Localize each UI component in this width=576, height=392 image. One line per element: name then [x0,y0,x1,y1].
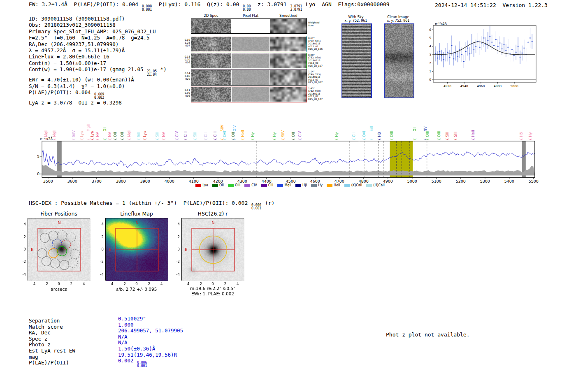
svg-text:5: 5 [429,36,431,40]
emission-line-label: { OIII [437,131,441,140]
emission-line-label: { CII [352,132,356,140]
legend-label: MgII [284,183,291,187]
spectrum-x-tick: 5300 [478,179,492,183]
match-row-value: 19.51(19.46,19.56)R [118,352,177,358]
emission-line-label: { OII [291,132,295,140]
spectrum-x-tick: 5000 [405,179,420,183]
cutout-2dspec-image [191,37,231,51]
hsc-caption-1: m:19.6 re:2.2" s:0.5" [181,286,244,291]
match-row-value: 0.002 0.0060.001 [118,357,147,368]
sup-sub-fraction: 0.0090.002 [94,93,104,100]
legend-swatch [295,184,301,187]
spectrum-x-tick: 3900 [138,179,153,183]
fiber-ytick: 4 [19,222,26,226]
svg-text:6: 6 [429,28,431,32]
fiber-xtick: 2 [67,282,75,286]
fiber-ytick: -4 [19,272,26,276]
elixer-report: EW: 3.2±1.4Å P(LAE)/P(OII): 0.004 0.0080… [0,0,576,392]
hsc_r-xtick: 2 [221,282,229,286]
emission-line-label: { OII [113,132,117,140]
emission-line-label: { Lya [143,131,147,140]
hsc_r-panel: NE [181,218,244,281]
info-line: RA,Dec (206.499237,51.079990) [29,41,167,47]
emission-line-label: { NV [162,132,166,140]
legend-item: Hγ [311,183,323,187]
legend-item: HeII [327,183,340,187]
legend-item: (H)CaII [366,183,384,187]
match-row-label: Match score [29,324,63,330]
fiber-ytick: 0 [19,247,26,251]
emission-line-label: { MgII [52,130,56,140]
full-spectrum-plot [37,108,551,190]
legend-label: Hβ [302,183,307,187]
lineflux-xtick: -2 [120,282,128,286]
svg-text:4980: 4980 [494,84,502,88]
spectrum-x-tick: 3700 [89,179,104,183]
svg-text:0: 0 [429,78,431,81]
cutout-row-annotation: 1.14"(749, 793)20180213v012_07025_LU_087 [308,70,334,84]
sup-sub-fraction: 0.0060.001 [251,204,261,210]
sup-sub-fraction: 0.0060.001 [137,361,147,368]
sup-sub-fraction: 0.0080.001 [142,5,152,12]
legend-label: (H)CaII [373,183,384,187]
info-line: EWr = 4.70(±1.10) (w: 0.00(±nan))Å [29,77,167,83]
sup-sub-fraction: 3.07913.0791 [290,5,302,12]
emission-line-label: { Hγ [272,132,276,140]
spectrum-x-tick: 5100 [429,179,444,183]
legend-swatch [212,184,218,187]
spectrum-x-tick: 4100 [186,179,201,183]
info-line: Obs: 20180213v012_3090011158 [29,22,167,28]
lineflux-ytick: -2 [96,260,104,264]
hsc_r-ytick: 4 [172,222,180,226]
emission-line-label: { NV [95,132,100,140]
svg-text:N: N [211,220,214,225]
spectrum-y-tick: 5 [35,154,39,159]
legend-swatch [228,184,234,187]
spectrum-x-tick: 4800 [356,179,371,183]
svg-text:5000: 5000 [511,84,518,88]
emission-line-label: { CIV [175,131,179,140]
lineflux-map-title: Lineflux Map [105,211,168,217]
legend-item: MgII [277,183,291,187]
emission-line-label: { Hγ [251,132,255,140]
header-meta: 2024-12-14 14:51:22 Version 1.22.3 [435,2,548,8]
legend-label: OIII [235,183,240,187]
legend-swatch [327,184,332,187]
emission-line-label: { MgII [127,130,131,140]
emission-line-label: { Lya [80,131,84,140]
emission-line-label: { SIII [453,132,458,140]
legend-swatch [366,184,372,187]
cutout-row-annotation: 0.88"(752, 970)20180213v012_03025_LU_107 [308,54,334,67]
fiber-xtick: -2 [42,282,51,286]
emission-line-label: { OII [120,132,124,140]
svg-text:4: 4 [429,44,431,48]
info-line: Primary Spec_Slot_IFU_AMP: 025_076_032_L… [29,28,167,35]
legend-item: CIV [244,183,257,187]
col-header-pixelflat: Pixel Flat [232,14,269,18]
emission-line-label: { Hγ [334,132,339,140]
header-stats: EW: 3.2±1.4Å P(LAE)/P(OII): 0.004 0.0080… [29,1,390,12]
svg-text:4960: 4960 [477,84,485,88]
weighted-sum-label: Weighted Sum [308,21,333,27]
spectrum-x-tick: 5400 [502,179,517,183]
fiber-overlay: NE [28,218,91,281]
svg-text:E: E [31,247,33,252]
hsc_r-xtick: -4 [183,282,192,286]
svg-text:4940: 4940 [460,84,468,88]
hsc-caption-2: EWr: 1. PLAE: 0.002 [181,291,244,296]
fiber-panel: NE [28,218,90,281]
spectrum-x-tick: 4300 [235,179,250,183]
lineflux-xtick: -4 [107,282,116,286]
match-row-value: 0.510029" [118,315,146,322]
sky-panel-image-frame [341,23,372,98]
cutout-2dspec-image [191,70,231,85]
match-row-label: RA, Dec [29,329,51,336]
hsc_r-xtick: 0 [209,282,217,286]
legend-label: CIII [268,183,274,187]
emission-line-label: { Lya [90,131,94,140]
emission-line-label: { CIII [183,131,188,140]
hsc-r-title: HSC(26.2) r [181,211,244,217]
spectrum-x-tick: 4400 [259,179,274,183]
legend-swatch [244,184,250,187]
legend-item: OIII [228,183,240,187]
